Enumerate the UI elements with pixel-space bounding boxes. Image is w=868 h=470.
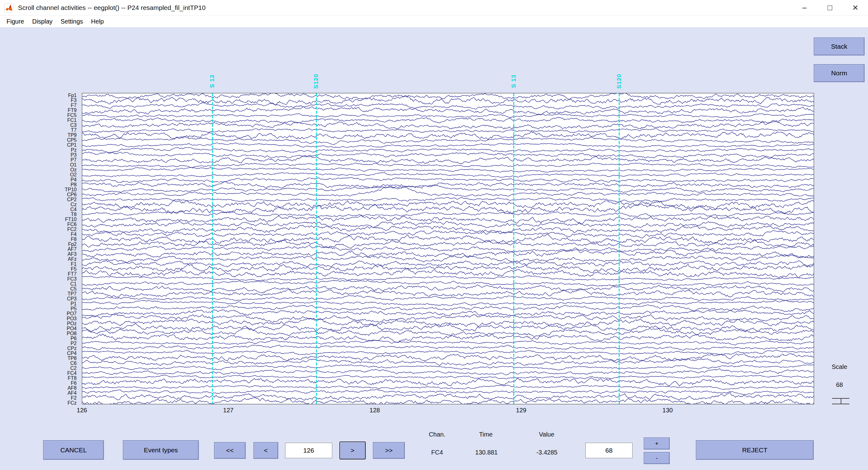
channel-label: C5	[0, 287, 80, 292]
x-axis-ticks: 126127128129130	[82, 407, 814, 416]
x-tick-label: 129	[516, 407, 526, 414]
time-value: 130.881	[462, 449, 511, 456]
channel-label: AF7	[0, 247, 80, 252]
chan-value: FC4	[412, 449, 462, 456]
time-label: Time	[461, 431, 510, 438]
fast-forward-button[interactable]: >>	[373, 442, 405, 459]
channel-label: FT7	[0, 272, 80, 276]
figure-area: S 13S120S 13S120 Fp1F3F7FT9FC5FC1C3T7TP9…	[0, 27, 868, 470]
reject-button[interactable]: REJECT	[696, 440, 814, 460]
channel-label: FCz	[0, 401, 80, 405]
scale-value: 68	[816, 381, 863, 389]
channel-label: FC5	[0, 113, 80, 118]
event-types-button[interactable]: Event types	[123, 440, 199, 460]
channel-label: O2	[0, 172, 80, 177]
menu-display[interactable]: Display	[28, 17, 57, 26]
channel-label: FC2	[0, 227, 80, 232]
chan-label: Chan.	[412, 431, 462, 438]
channel-label: F7	[0, 103, 80, 108]
matlab-icon	[4, 3, 14, 12]
event-marker-label: S 13	[510, 74, 517, 88]
channel-label: F6	[0, 381, 80, 386]
channel-label: Pz	[0, 147, 80, 153]
channel-label: CP1	[0, 143, 80, 147]
channel-label: P1	[0, 301, 80, 306]
x-tick-label: 130	[662, 407, 673, 414]
channel-label: CP5	[0, 138, 80, 143]
channel-label: P6	[0, 336, 80, 341]
channel-label: T8	[0, 212, 80, 217]
channel-label: Cz	[0, 202, 80, 207]
scale-increase-button[interactable]: +	[644, 437, 670, 449]
channel-label: Fp2	[0, 242, 80, 247]
eeg-plot[interactable]	[82, 93, 814, 404]
channel-label: AF8	[0, 386, 80, 391]
channel-label: P8	[0, 182, 80, 187]
norm-button[interactable]: Norm	[814, 64, 865, 82]
forward-button[interactable]: >	[339, 441, 366, 460]
menu-settings[interactable]: Settings	[57, 17, 87, 26]
channel-label: F4	[0, 232, 80, 237]
channel-label: C1	[0, 281, 80, 287]
channel-label: P3	[0, 153, 80, 158]
channel-label: O1	[0, 163, 80, 167]
channel-label: TP10	[0, 187, 80, 192]
channel-label: CP2	[0, 197, 80, 202]
value-label: Value	[522, 431, 571, 438]
channel-label: PO8	[0, 331, 80, 336]
event-marker-label: S 13	[209, 74, 216, 88]
channel-label: F3	[0, 98, 80, 103]
channel-label: POz	[0, 321, 80, 326]
channel-label: P5	[0, 306, 80, 311]
channel-label: C4	[0, 207, 80, 212]
stack-button[interactable]: Stack	[814, 37, 865, 56]
menu-figure[interactable]: Figure	[2, 17, 28, 26]
eeg-canvas[interactable]	[82, 93, 814, 404]
close-button[interactable]: ×	[843, 0, 868, 15]
value-value: -3.4285	[522, 449, 572, 456]
scale-decrease-button[interactable]: -	[644, 452, 670, 464]
event-labels: S 13S120S 13S120	[82, 71, 814, 92]
minimize-button[interactable]: –	[792, 0, 817, 15]
channel-label: F2	[0, 396, 80, 401]
window-title: Scroll channel activities -- eegplot() -…	[18, 4, 206, 11]
channel-label: FC3	[0, 276, 80, 281]
channel-label: PO3	[0, 316, 80, 321]
channel-label: Oz	[0, 167, 80, 172]
eegplot-window: Scroll channel activities -- eegplot() -…	[0, 0, 868, 470]
channel-label: PO7	[0, 311, 80, 316]
x-tick-label: 126	[76, 407, 87, 414]
channel-labels: Fp1F3F7FT9FC5FC1C3T7TP9CP5CP1PzP3P7O1OzO…	[0, 93, 80, 404]
maximize-button[interactable]: □	[817, 0, 843, 15]
channel-label: FT9	[0, 108, 80, 113]
fast-back-button[interactable]: <<	[214, 442, 246, 459]
channel-label: F5	[0, 267, 80, 272]
channel-label: FC1	[0, 118, 80, 123]
channel-label: T7	[0, 128, 80, 133]
event-marker-label: S120	[313, 74, 319, 89]
scale-input[interactable]	[585, 443, 632, 458]
channel-label: Fp1	[0, 93, 80, 98]
menu-help[interactable]: Help	[87, 17, 108, 26]
channel-label: C6	[0, 361, 80, 366]
channel-label: F8	[0, 237, 80, 242]
cancel-button[interactable]: CANCEL	[43, 440, 104, 460]
x-tick-label: 127	[223, 407, 233, 414]
scale-ibeam-indicator	[832, 398, 849, 404]
channel-label: AF3	[0, 252, 80, 257]
back-button[interactable]: <	[253, 442, 278, 459]
channel-label: F1	[0, 262, 80, 267]
channel-label: P7	[0, 158, 80, 163]
channel-label: CP3	[0, 296, 80, 301]
channel-label: FT8	[0, 376, 80, 381]
channel-label: FT10	[0, 217, 80, 222]
time-window-input[interactable]	[285, 443, 332, 458]
channel-label: AF4	[0, 391, 80, 396]
channel-label: C3	[0, 123, 80, 128]
window-controls: – □ ×	[792, 0, 868, 15]
window-titlebar[interactable]: Scroll channel activities -- eegplot() -…	[0, 0, 868, 15]
channel-label: CP4	[0, 351, 80, 356]
channel-label: CP6	[0, 192, 80, 197]
x-tick-label: 128	[370, 407, 380, 414]
channel-label: FC6	[0, 222, 80, 227]
